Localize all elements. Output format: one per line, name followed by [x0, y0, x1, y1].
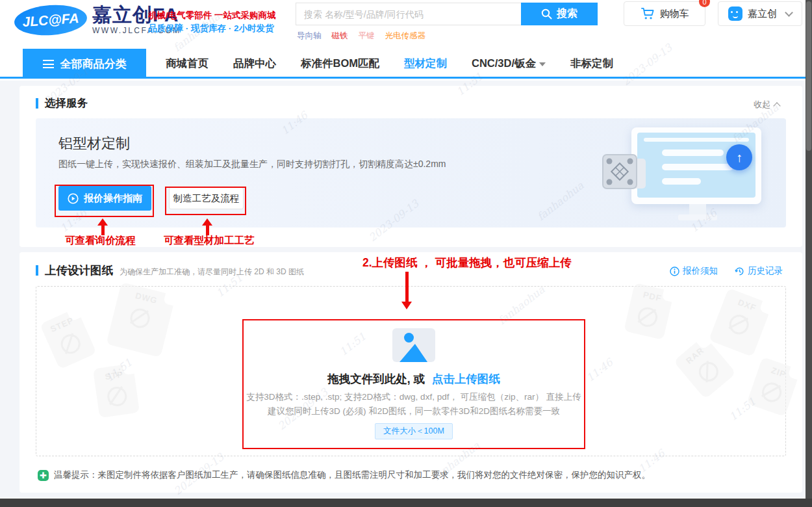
annotation-note-process: 可查看型材加工工艺: [164, 234, 255, 248]
nav-item-nonstandard[interactable]: 非标定制: [570, 57, 613, 71]
annotation-upload-step: 2.上传图纸 ， 可批量拖拽，也可压缩上传: [362, 255, 572, 270]
aluminum-profile-graphic: [598, 150, 652, 199]
search-bar: 搜索: [296, 3, 598, 25]
hot-link[interactable]: 磁铁: [332, 31, 348, 42]
section-subtitle: 为确保生产加工准确，请尽量同时上传 2D 和 3D 图纸: [120, 266, 304, 278]
cart-icon: [641, 7, 655, 20]
annotation-note-guide: 可查看询价流程: [65, 234, 136, 248]
filetype-watermark: PDF: [624, 283, 674, 340]
search-button-label: 搜索: [557, 7, 577, 21]
upload-arrow-icon: ↑: [726, 144, 752, 170]
nav-item-home[interactable]: 商城首页: [166, 57, 209, 71]
hot-link[interactable]: 光电传感器: [385, 31, 426, 42]
filetype-watermark: ZIP: [746, 357, 800, 417]
play-icon: [68, 193, 79, 204]
filetype-watermark: DWG: [106, 282, 175, 358]
filetype-watermark: STP: [93, 363, 140, 418]
section-accent-bar: [36, 265, 38, 276]
main-nav: 全部商品分类 商城首页 品牌中心 标准件BOM匹配 型材定制 CNC/3D/钣金…: [0, 49, 812, 79]
tagline-blue: 品质保障 · 现货库存 · 2小时发货: [148, 22, 276, 35]
quote-notice-link[interactable]: 报价须知: [670, 265, 718, 277]
section-title: 上传设计图纸: [45, 263, 113, 278]
caret-down-icon: [539, 62, 546, 66]
nav-item-profile-custom[interactable]: 型材定制: [404, 57, 447, 71]
service-description: 图纸一键上传，实现快速报价、组装加工及批量生产，同时支持切割打孔，切割精度高达±…: [58, 159, 446, 170]
filetype-watermark: DXF: [709, 288, 772, 357]
user-menu-button[interactable]: 嘉立创: [718, 1, 802, 26]
avatar-icon: [728, 6, 742, 21]
nav-item-cnc[interactable]: CNC/3D/钣金: [472, 57, 546, 71]
nav-items: 商城首页 品牌中心 标准件BOM匹配 型材定制 CNC/3D/钣金 非标定制: [166, 49, 613, 79]
logo-mark: JLC@FA: [14, 3, 88, 38]
quote-guide-label: 报价操作指南: [84, 192, 142, 205]
format-line-1: 支持3D格式：.step, .stp; 支持2D格式：dwg, dxf, pdf…: [242, 391, 585, 403]
header: JLC@FA 嘉立创FA WWW.JLCFA.COM 机械/电气零部件 一站式采…: [0, 0, 806, 46]
tagline-red: 机械/电气零部件 一站式采购商城: [148, 9, 276, 22]
main-content: 选择服务 收起 铝型材定制 图纸一键上传，实现快速报价、组装加工及批量生产，同时…: [0, 81, 807, 498]
cart-button[interactable]: 购物车 0: [624, 1, 705, 26]
format-line-2: 建议您同时上传3D (必须) 和2D图纸，同一款零件3D和2D图纸名称需要一致: [242, 406, 585, 417]
hot-link[interactable]: 平键: [359, 31, 375, 42]
shield-plus-icon: ✚: [38, 470, 49, 481]
all-categories-button[interactable]: 全部商品分类: [23, 49, 146, 79]
process-flow-button[interactable]: 制造工艺及流程: [169, 187, 244, 209]
page: JLC@FA 嘉立创FA WWW.JLCFA.COM 机械/电气零部件 一站式采…: [0, 0, 812, 507]
process-flow-label: 制造工艺及流程: [173, 192, 240, 205]
cart-label: 购物车: [660, 8, 689, 20]
info-icon: [670, 266, 679, 276]
cart-badge: 0: [699, 0, 710, 7]
select-service-card: 选择服务 收起 铝型材定制 图纸一键上传，实现快速报价、组装加工及批量生产，同时…: [19, 86, 802, 247]
search-icon: [541, 8, 552, 20]
user-label: 嘉立创: [748, 8, 777, 20]
warm-tip: ✚ 温馨提示：来图定制件将依据客户图纸加工生产，请确保图纸信息准确，且图纸需注明…: [38, 469, 650, 481]
scrollbar[interactable]: [806, 0, 812, 507]
bottom-window-edge: [0, 499, 812, 507]
taglines: 机械/电气零部件 一站式采购商城 品质保障 · 现货库存 · 2小时发货: [148, 9, 276, 35]
nav-item-brands[interactable]: 品牌中心: [233, 57, 276, 71]
upload-drawings-card: 上传设计图纸 为确保生产加工准确，请尽量同时上传 2D 和 3D 图纸 2.上传…: [19, 252, 802, 493]
nav-item-bom[interactable]: 标准件BOM匹配: [301, 57, 379, 71]
hot-link[interactable]: 导向轴: [297, 31, 322, 42]
collapse-toggle[interactable]: 收起: [754, 99, 780, 110]
drop-text: 拖拽文件到此处, 或: [327, 372, 425, 385]
menu-icon: [43, 60, 54, 68]
all-categories-label: 全部商品分类: [60, 57, 127, 72]
search-button[interactable]: 搜索: [521, 3, 598, 25]
image-upload-icon: [392, 328, 435, 362]
section-accent-bar: [36, 98, 38, 109]
quote-guide-button[interactable]: 报价操作指南: [58, 186, 151, 211]
tip-label: 温馨提示：: [54, 470, 98, 480]
click-upload-link[interactable]: 点击上传图纸: [432, 372, 500, 385]
chevron-up-icon: [773, 102, 780, 109]
service-panel: 铝型材定制 图纸一键上传，实现快速报价、组装加工及批量生产，同时支持切割打孔，切…: [36, 118, 786, 228]
filetype-watermark: STEP: [40, 308, 97, 370]
scrollbar-thumb[interactable]: [806, 1, 811, 151]
service-title: 铝型材定制: [58, 134, 130, 153]
file-dropzone[interactable]: STEP DWG STP PDF DXF RAR ZIP: [36, 286, 786, 456]
history-clock-icon: [735, 266, 744, 276]
upload-illustration: ↑: [598, 124, 768, 222]
hot-search-links: 导向轴 磁铁 平键 光电传感器: [297, 31, 425, 42]
tip-text: 来图定制件将依据客户图纸加工生产，请确保图纸信息准确，且图纸需注明尺寸和加工要求…: [98, 470, 651, 480]
section-title: 选择服务: [45, 96, 88, 110]
chevron-down-icon: [785, 8, 793, 17]
history-link[interactable]: 历史记录: [735, 265, 783, 277]
search-input[interactable]: [296, 3, 521, 25]
file-size-badge: 文件大小＜100M: [375, 423, 453, 439]
